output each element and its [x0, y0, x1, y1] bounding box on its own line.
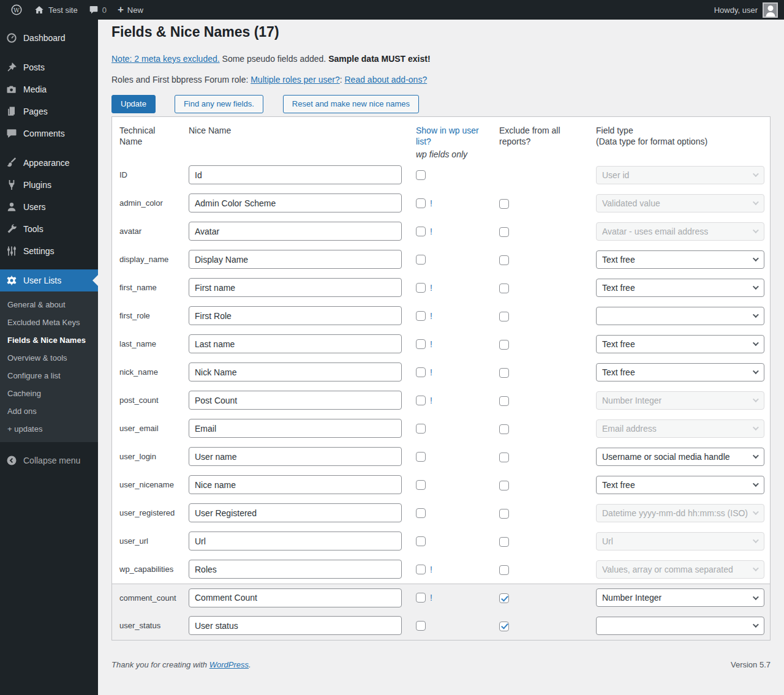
sidebar-item-pages[interactable]: Pages — [0, 100, 98, 122]
new-content-button[interactable]: + New — [112, 0, 149, 20]
nice-name-input[interactable] — [189, 419, 402, 438]
read-addons-link[interactable]: Read about add-ons? — [345, 75, 428, 85]
show-in-list-checkbox[interactable] — [416, 283, 426, 293]
reset-nice-names-button[interactable]: Reset and make new nice names — [283, 95, 419, 113]
show-in-list-checkbox[interactable] — [416, 621, 426, 631]
exclude-reports-checkbox[interactable] — [499, 340, 509, 350]
nice-name-input[interactable] — [189, 193, 402, 212]
field-type-select[interactable]: Values, array or comma separated — [596, 560, 764, 579]
exclude-reports-checkbox[interactable] — [499, 396, 509, 406]
exclude-reports-checkbox[interactable] — [499, 622, 509, 631]
show-in-list-checkbox[interactable] — [416, 339, 426, 349]
show-in-list-checkbox[interactable] — [416, 227, 426, 236]
show-in-list-checkbox[interactable] — [416, 536, 426, 546]
show-in-list-checkbox[interactable] — [416, 198, 426, 208]
exclude-reports-checkbox[interactable] — [499, 284, 509, 293]
sidebar-item-media[interactable]: Media — [0, 78, 98, 100]
field-type-select[interactable]: Username or social media handle — [596, 448, 764, 466]
field-type-select[interactable]: Number Integer — [596, 391, 764, 410]
wordpress-logo-icon[interactable]: W — [5, 0, 28, 20]
sidebar-item-dashboard[interactable]: Dashboard — [0, 27, 98, 49]
sidebar-item-tools[interactable]: Tools — [0, 218, 98, 240]
nice-name-input[interactable] — [189, 588, 402, 607]
submenu-item-cacheing[interactable]: Cacheing — [0, 385, 98, 402]
exclude-reports-checkbox[interactable] — [499, 593, 509, 603]
sidebar-item-posts[interactable]: Posts — [0, 56, 98, 78]
exclude-reports-checkbox[interactable] — [499, 537, 509, 547]
nice-name-input[interactable] — [189, 532, 402, 550]
meta-keys-excluded-link[interactable]: Note: 2 meta keys excluded. — [111, 54, 220, 64]
show-in-list-checkbox[interactable] — [416, 170, 426, 180]
sidebar-item-appearance[interactable]: Appearance — [0, 152, 98, 174]
show-in-list-checkbox[interactable] — [416, 593, 426, 603]
show-in-list-checkbox[interactable] — [416, 367, 426, 377]
exclude-reports-checkbox[interactable] — [499, 199, 509, 209]
comments-bubble[interactable]: 0 — [83, 0, 112, 20]
field-type-select[interactable]: Text free — [596, 476, 764, 494]
update-button[interactable]: Update — [111, 95, 156, 113]
show-in-list-checkbox[interactable] — [416, 508, 426, 518]
submenu-item-overview-tools[interactable]: Overview & tools — [0, 349, 98, 367]
show-in-wp-user-list-link[interactable]: Show in wp user list? — [416, 125, 480, 147]
exclude-reports-checkbox[interactable] — [499, 368, 509, 378]
show-in-list-checkbox[interactable] — [416, 311, 426, 321]
submenu-item-configure-a-list[interactable]: Configure a list — [0, 367, 98, 385]
wordpress-link[interactable]: WordPress — [209, 660, 249, 669]
field-type-select[interactable]: Text free — [596, 335, 764, 353]
multiple-roles-link[interactable]: Multiple roles per user? — [251, 75, 340, 85]
sidebar-item-user-lists[interactable]: User Lists — [0, 269, 98, 291]
user-avatar[interactable] — [763, 2, 778, 18]
nice-name-input[interactable] — [189, 616, 402, 635]
nice-name-input[interactable] — [189, 165, 402, 184]
collapse-menu-button[interactable]: Collapse menu — [0, 449, 98, 471]
exclude-reports-checkbox[interactable] — [499, 481, 509, 490]
exclude-reports-checkbox[interactable] — [499, 227, 509, 237]
field-type-select[interactable]: Number Integer — [596, 588, 764, 607]
nice-name-input[interactable] — [189, 250, 402, 269]
sidebar-item-settings[interactable]: Settings — [0, 240, 98, 262]
field-type-select[interactable]: Email address — [596, 419, 764, 438]
show-in-list-checkbox[interactable] — [416, 452, 426, 462]
nice-name-input[interactable] — [189, 391, 402, 410]
field-type-select[interactable]: Datetime yyyy-mm-dd hh:mm:ss (ISO) — [596, 504, 764, 522]
field-type-select[interactable]: Validated value — [596, 194, 764, 212]
field-type-select[interactable]: Avatar - uses email address — [596, 222, 764, 241]
nice-name-input[interactable] — [189, 278, 402, 297]
sidebar-item-comments[interactable]: Comments — [0, 122, 98, 145]
submenu-item-fields-nice-names[interactable]: Fields & Nice Names — [0, 331, 98, 349]
nice-name-input[interactable] — [189, 306, 402, 325]
sidebar-item-plugins[interactable]: Plugins — [0, 174, 98, 196]
show-in-list-checkbox[interactable] — [416, 255, 426, 265]
exclude-reports-checkbox[interactable] — [499, 424, 509, 434]
exclude-reports-checkbox[interactable] — [499, 565, 509, 575]
nice-name-input[interactable] — [189, 503, 402, 522]
submenu-item-add-ons[interactable]: Add ons — [0, 402, 98, 420]
field-type-select[interactable] — [596, 617, 764, 635]
nice-name-input[interactable] — [189, 447, 402, 466]
field-type-select[interactable]: User id — [596, 166, 764, 184]
exclude-reports-checkbox[interactable] — [499, 255, 509, 265]
exclude-reports-checkbox[interactable] — [499, 509, 509, 519]
show-in-list-checkbox[interactable] — [416, 396, 426, 405]
nice-name-input[interactable] — [189, 363, 402, 381]
show-in-list-checkbox[interactable] — [416, 480, 426, 490]
exclude-reports-checkbox[interactable] — [499, 453, 509, 462]
field-type-select[interactable]: Url — [596, 532, 764, 550]
nice-name-input[interactable] — [189, 222, 402, 241]
field-type-select[interactable] — [596, 307, 764, 325]
nice-name-input[interactable] — [189, 334, 402, 353]
field-type-select[interactable]: Text free — [596, 363, 764, 381]
find-new-fields-button[interactable]: Find any new fields. — [175, 95, 263, 113]
howdy-account-link[interactable]: Howdy, user — [714, 6, 763, 15]
nice-name-input[interactable] — [189, 475, 402, 494]
field-type-select[interactable]: Text free — [596, 279, 764, 297]
nice-name-input[interactable] — [189, 560, 402, 579]
site-name-link[interactable]: Test site — [28, 0, 83, 20]
sidebar-item-users[interactable]: Users — [0, 196, 98, 218]
submenu-item-general-about[interactable]: General & about — [0, 296, 98, 314]
show-in-list-checkbox[interactable] — [416, 424, 426, 434]
exclude-reports-checkbox[interactable] — [499, 312, 509, 321]
show-in-list-checkbox[interactable] — [416, 565, 426, 574]
submenu-item--updates[interactable]: + updates — [0, 420, 98, 438]
field-type-select[interactable]: Text free — [596, 250, 764, 269]
